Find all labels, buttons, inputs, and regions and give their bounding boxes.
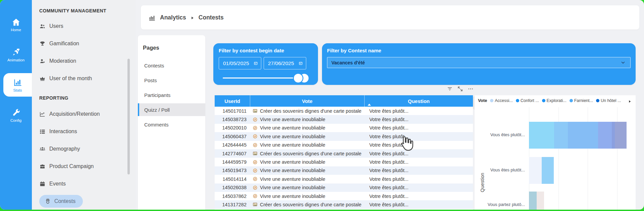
chart-bar-segment[interactable] (615, 122, 627, 149)
date-range-slider[interactable] (223, 74, 309, 83)
cell-vote: Vivre une aventure inoubliable (250, 134, 365, 139)
nav-item-label: Users (49, 23, 63, 29)
legend-item-explorati[interactable]: Explorati... (542, 98, 567, 103)
table-row[interactable]: 145026038Vivre une aventure inoubliableV… (215, 183, 473, 192)
sidebar-item-contests[interactable]: Contests (39, 193, 136, 210)
table-row[interactable]: 141317282Créer des souvenirs dignes d'un… (215, 200, 473, 209)
legend-label: Un hôtel ... (601, 98, 621, 103)
compass-icon (253, 160, 258, 165)
contest-name-select[interactable]: Vacances d'été (327, 57, 631, 68)
chart-bar[interactable] (529, 157, 554, 184)
legend-dot (542, 99, 545, 102)
page-item-quizz-poll[interactable]: Quizz / Poll (138, 103, 205, 116)
page-item-posts[interactable]: Posts (138, 74, 205, 87)
cell-question: Votre êtes plutôt... (365, 117, 473, 122)
sidebar-item-acquisition-retention[interactable]: Acquisition/Retention (39, 105, 136, 123)
cell-userid: 145037862 (215, 194, 250, 199)
rail-item-home[interactable]: Home (0, 9, 32, 40)
nav-item-label: Interactions (49, 128, 77, 135)
nav-section-title: COMMUNITY MANAGEMENT (39, 8, 136, 13)
chevron-down-icon (621, 60, 626, 65)
cell-vote: Vivre une aventure inoubliable (250, 159, 365, 165)
legend-item-un-h-tel[interactable]: Un hôtel ... (596, 98, 621, 103)
legend-item-accessi[interactable]: Accessi... (490, 98, 513, 103)
vote-text: Vivre une aventure inoubliable (260, 159, 325, 165)
column-header-vote[interactable]: Vote (250, 95, 365, 107)
vote-text: Créer des souvenirs dignes d'une carte p… (260, 108, 362, 114)
table-row[interactable]: 145060437Vivre une aventure inoubliableV… (215, 132, 473, 141)
chart-bar-segment[interactable] (542, 157, 554, 184)
sidebar-item-gamification[interactable]: Gamification (39, 35, 136, 52)
cell-vote: Vivre une aventure inoubliable (250, 176, 365, 182)
calendar-small-icon[interactable] (254, 61, 258, 65)
table-row[interactable]: 145020010Vivre une aventure inoubliableV… (215, 124, 473, 132)
legend-item-farnient[interactable]: Farnient... (570, 98, 593, 103)
column-header-question[interactable]: Question (365, 95, 473, 107)
table-row[interactable]: 142774607Créer des souvenirs dignes d'un… (215, 149, 473, 158)
sidebar-item-events[interactable]: Events (39, 175, 136, 193)
vote-text: Créer des souvenirs dignes d'une carte p… (260, 151, 362, 156)
sidebar-item-moderation[interactable]: Moderation (39, 52, 136, 70)
chart-bar-segment[interactable] (529, 157, 542, 184)
more-options-icon[interactable] (468, 86, 474, 92)
page-item-contests[interactable]: Contests (138, 59, 205, 72)
rail-item-stats[interactable]: Stats (3, 73, 32, 97)
rail-item-label: Config (10, 118, 21, 122)
chart-bar[interactable] (529, 192, 544, 210)
table-row[interactable]: 145014114Vivre une aventure inoubliableV… (215, 175, 473, 183)
sidebar-item-user-of-the-month[interactable]: User of the month (39, 70, 136, 87)
filter-icon[interactable] (447, 86, 453, 92)
breadcrumb-page: Contests (199, 14, 224, 21)
rail-item-animation[interactable]: Animation (0, 40, 32, 70)
focus-mode-icon[interactable] (457, 86, 463, 92)
cell-vote: Vivre une aventure inoubliable (250, 142, 365, 148)
calendar-small-icon[interactable] (299, 61, 303, 65)
chart-bar-segment[interactable] (554, 122, 568, 149)
chart-bar-segment[interactable] (529, 192, 537, 210)
date-to-input[interactable]: 27/06/2025 (264, 57, 306, 69)
column-header-question-label: Question (408, 98, 430, 104)
sidebar-item-users[interactable]: Users (39, 17, 136, 35)
users-icon (39, 23, 46, 30)
page-item-comments[interactable]: Comments (138, 118, 205, 131)
nav-section-list: UsersGamificationModerationUser of the m… (39, 17, 136, 87)
sidebar-item-product-campaign[interactable]: Product Campaign (39, 158, 136, 175)
legend-label: Confort ... (521, 98, 539, 103)
chart-bar-segment[interactable] (612, 122, 615, 149)
legend-label: Accessi... (495, 98, 513, 103)
screen: HomeAnimationStatsConfig COMMUNITY MANAG… (0, 0, 644, 211)
date-to-value: 27/06/2025 (268, 60, 294, 66)
table-row[interactable]: 145017011Créer des souvenirs dignes d'un… (215, 107, 473, 115)
table-row[interactable]: 145019473Vivre une aventure inoubliableV… (215, 166, 473, 175)
page-item-participants[interactable]: Participants (138, 89, 205, 101)
sidebar-item-demography[interactable]: Demography (39, 140, 136, 158)
nav-section-title: REPORTING (39, 95, 136, 101)
cell-question: Votre êtes plutôt... (365, 151, 473, 156)
table-row[interactable]: 144459579Vivre une aventure inoubliableV… (215, 158, 473, 166)
chart-bar-segment[interactable] (537, 192, 544, 210)
rail-item-config[interactable]: Config (0, 100, 32, 130)
grid-icon (39, 128, 46, 135)
column-header-userid[interactable]: UserId (215, 95, 250, 107)
table-row[interactable]: 145038723Vivre une aventure inoubliableV… (215, 115, 473, 123)
nav-scrollbar[interactable] (127, 59, 130, 174)
chart-bar-segment[interactable] (529, 122, 554, 149)
sidebar-item-interactions[interactable]: Interactions (39, 123, 136, 140)
legend-item-confort[interactable]: Confort ... (516, 98, 539, 103)
legend-dot (490, 99, 493, 102)
date-from-input[interactable]: 01/05/2025 (219, 57, 261, 69)
slider-handle-left[interactable] (294, 74, 303, 83)
compass-icon (253, 134, 258, 139)
cell-question: Votre êtes plutôt... (365, 176, 473, 182)
legend-next-arrow-icon[interactable] (628, 99, 632, 102)
contest-name-value: Vacances d'été (331, 60, 365, 65)
breadcrumb-section[interactable]: Analytics (160, 14, 186, 21)
chart-bar[interactable] (529, 122, 627, 149)
cell-vote: Vivre une aventure inoubliable (250, 168, 365, 173)
table-row[interactable]: 142644445Vivre une aventure inoubliableV… (215, 141, 473, 149)
chart-bar-segment[interactable] (598, 122, 612, 149)
vote-text: Vivre une aventure inoubliable (260, 168, 325, 173)
votes-table: UserId Vote Question 145017011Créer des … (215, 95, 473, 210)
chart-bar-segment[interactable] (568, 122, 598, 149)
table-row[interactable]: 145037862Vivre une aventure inoubliableV… (215, 192, 473, 200)
